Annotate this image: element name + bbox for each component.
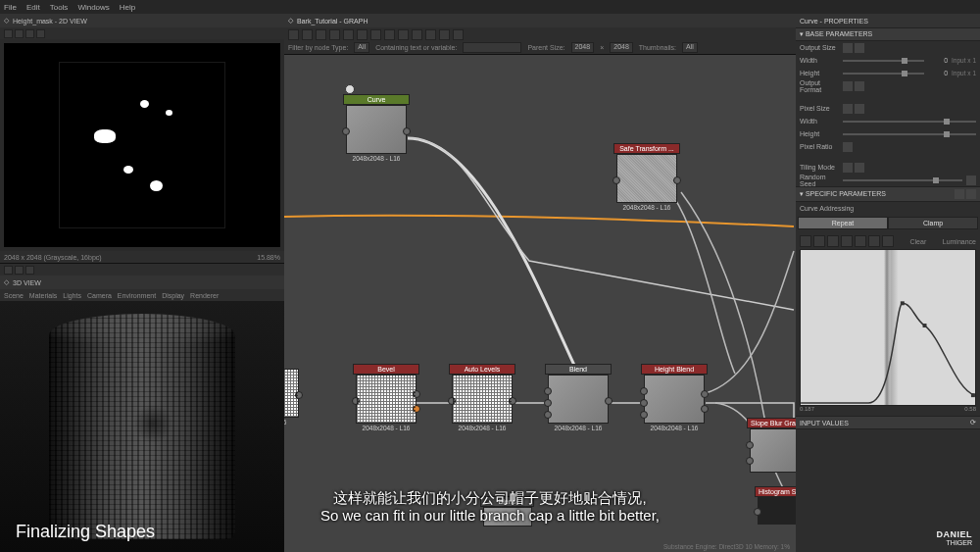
tb-icon[interactable] <box>357 29 368 40</box>
node-port-in[interactable] <box>640 387 648 395</box>
node-curve[interactable]: Curve 2048x2048 - L16 <box>343 94 410 162</box>
tab-scene[interactable]: Scene <box>4 292 24 299</box>
node-port-out[interactable] <box>673 176 681 184</box>
prop-btn[interactable] <box>855 104 864 114</box>
node-heightblend[interactable]: Height Blend 2048x2048 - L16 <box>641 364 708 431</box>
tb-icon[interactable] <box>302 29 313 40</box>
menu-file[interactable]: File <box>4 3 17 12</box>
node-port-in[interactable] <box>612 176 620 184</box>
prop-btn[interactable] <box>966 189 976 199</box>
tb-icon[interactable] <box>343 29 354 40</box>
curve-tb[interactable] <box>841 235 853 247</box>
graph-canvas[interactable]: Curve 2048x2048 - L16 Safe Transform ...… <box>284 55 796 552</box>
prop-btn[interactable] <box>855 163 864 173</box>
parent-size-2[interactable]: 2048 <box>610 42 633 53</box>
prop-btn[interactable] <box>843 163 853 173</box>
menu-tools[interactable]: Tools <box>50 3 69 12</box>
node-port-in[interactable] <box>746 441 754 449</box>
prop-btn[interactable] <box>966 176 976 185</box>
clamp-button[interactable]: Clamp <box>888 217 978 229</box>
specific-params-header[interactable]: ▾ SPECIFIC PARAMETERS <box>796 186 980 202</box>
node-port-out[interactable] <box>413 405 420 413</box>
curve-canvas[interactable] <box>800 249 976 406</box>
tb-icon[interactable] <box>4 29 13 38</box>
tb-icon[interactable] <box>36 29 45 38</box>
tb-icon[interactable] <box>398 29 409 40</box>
tab-environment[interactable]: Environment <box>118 292 156 299</box>
width-slider[interactable] <box>843 60 924 62</box>
px-width-slider[interactable] <box>843 121 976 123</box>
node-blend[interactable]: Blend 2048x2048 - L16 <box>545 364 612 431</box>
prop-btn[interactable] <box>843 43 853 53</box>
prop-btn[interactable] <box>855 43 864 53</box>
node-port-in[interactable] <box>754 508 761 516</box>
tb-icon[interactable] <box>25 29 34 38</box>
node-port-in[interactable] <box>544 411 552 419</box>
curve-tb[interactable] <box>868 235 880 247</box>
prop-btn[interactable] <box>843 81 853 91</box>
tab-lights[interactable]: Lights <box>63 292 81 299</box>
node-autolevels[interactable]: Auto Levels 2048x2048 - L16 <box>449 364 515 431</box>
tab-camera[interactable]: Camera <box>87 292 112 299</box>
height-slider[interactable] <box>843 73 924 75</box>
view-3d-canvas[interactable] <box>0 301 284 552</box>
node-port-in[interactable] <box>544 387 552 395</box>
curve-tb[interactable] <box>800 235 811 247</box>
input-values-header[interactable]: INPUT VALUES ⟳ <box>796 416 980 429</box>
prop-btn[interactable] <box>843 104 853 114</box>
node-port-out[interactable] <box>605 397 612 405</box>
prop-btn[interactable] <box>855 81 864 91</box>
node-port-in[interactable] <box>640 411 648 419</box>
tb-icon[interactable] <box>15 29 24 38</box>
curve-tb[interactable] <box>882 235 894 247</box>
filter-type[interactable]: All <box>354 42 369 53</box>
curve-tb[interactable] <box>855 235 866 247</box>
pin-icon[interactable] <box>345 84 355 94</box>
node-bevel[interactable]: Bevel 2048x2048 - L16 <box>353 364 419 431</box>
node-port-in[interactable] <box>640 399 648 407</box>
node-port-out[interactable] <box>509 397 516 405</box>
seed-slider[interactable] <box>843 179 962 181</box>
prop-btn[interactable] <box>843 142 853 152</box>
tb-icon[interactable] <box>370 29 381 40</box>
filter-text[interactable] <box>463 42 521 53</box>
prop-btn[interactable] <box>955 189 964 199</box>
pin-icon[interactable]: ◇ <box>4 278 9 286</box>
tb-icon[interactable] <box>15 266 24 275</box>
node-partial[interactable]: - L16 <box>284 369 304 426</box>
pin-icon[interactable]: ◇ <box>288 17 293 25</box>
tab-display[interactable]: Display <box>162 292 184 299</box>
tb-icon[interactable] <box>425 29 436 40</box>
menu-help[interactable]: Help <box>120 3 135 12</box>
px-height-slider[interactable] <box>843 133 976 135</box>
tb-icon[interactable] <box>4 266 13 275</box>
node-port-out[interactable] <box>701 405 709 413</box>
tb-icon[interactable] <box>412 29 422 40</box>
menu-windows[interactable]: Windows <box>77 3 109 12</box>
tb-icon[interactable] <box>439 29 450 40</box>
node-safetransform[interactable]: Safe Transform ... 2048x2048 - L16 <box>613 143 680 211</box>
luminance-select[interactable]: Luminance <box>943 238 976 245</box>
node-port-out[interactable] <box>701 390 709 398</box>
thumb-select[interactable]: All <box>682 42 698 53</box>
curve-tb[interactable] <box>813 235 825 247</box>
view-2d-canvas[interactable] <box>4 43 280 247</box>
tb-icon[interactable] <box>329 29 340 40</box>
node-port-in[interactable] <box>544 399 552 407</box>
tab-materials[interactable]: Materials <box>29 292 57 299</box>
base-params-header[interactable]: ▾ BASE PARAMETERS <box>796 27 980 41</box>
node-port-in[interactable] <box>448 397 456 405</box>
node-port-out[interactable] <box>403 127 411 135</box>
node-port-in[interactable] <box>746 457 754 465</box>
node-slopeblur[interactable]: Slope Blur Gra... <box>747 418 796 473</box>
node-port-in[interactable] <box>352 397 360 405</box>
tb-icon[interactable] <box>453 29 464 40</box>
clear-btn[interactable]: Clear <box>910 238 927 245</box>
menu-edit[interactable]: Edit <box>26 3 40 12</box>
repeat-button[interactable]: Repeat <box>798 217 888 229</box>
node-histogram[interactable]: Histogram Sc... <box>755 486 796 525</box>
node-port-out[interactable] <box>413 390 420 398</box>
tb-icon[interactable] <box>316 29 326 40</box>
pin-icon[interactable]: ◇ <box>4 17 9 25</box>
tb-icon[interactable] <box>288 29 299 40</box>
